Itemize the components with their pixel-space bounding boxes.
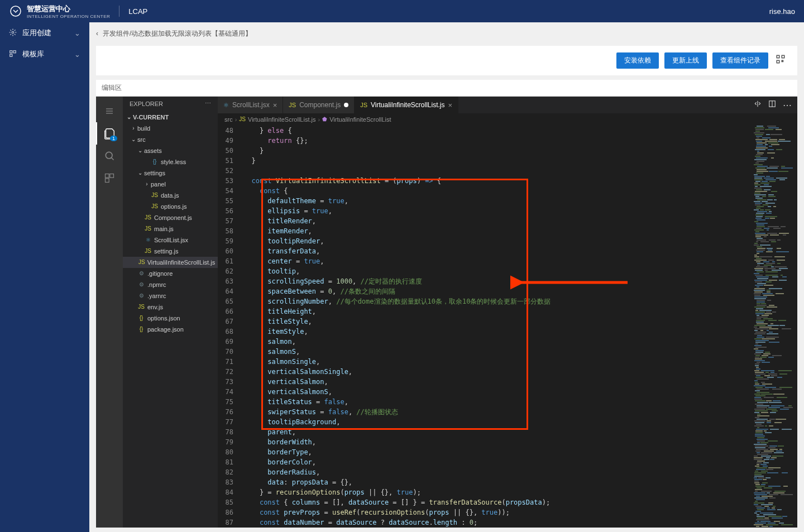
tree-item-label: env.js: [147, 302, 163, 312]
tree-item[interactable]: {}package.json: [123, 324, 218, 335]
code-line[interactable]: verticalSalmon,: [241, 377, 741, 387]
code-line[interactable]: } = recursionOptions(props || {}, true);: [241, 487, 741, 497]
code-line[interactable]: ellipsis = true,: [241, 206, 741, 216]
code-line[interactable]: borderWidth,: [241, 437, 741, 447]
tree-item[interactable]: JSComponent.js: [123, 212, 218, 223]
code-line[interactable]: tooltipBackground,: [241, 417, 741, 427]
code-line[interactable]: return {};: [241, 136, 741, 146]
code-line[interactable]: [241, 166, 741, 176]
code-line[interactable]: center = true,: [241, 256, 741, 266]
qr-icon[interactable]: [774, 52, 787, 66]
code-line[interactable]: titleRender,: [241, 216, 741, 226]
code-line[interactable]: verticalSalmonS,: [241, 387, 741, 397]
code-line[interactable]: titleHeight,: [241, 306, 741, 317]
tree-item[interactable]: ⌄settings: [123, 167, 218, 179]
tree-item[interactable]: ⚙.yarnrc: [123, 290, 218, 301]
code-line[interactable]: }: [241, 146, 741, 156]
tree-item[interactable]: JSVirtualiInfiniteScrollList.js: [123, 257, 218, 268]
code-line[interactable]: titleStatus = false,: [241, 397, 741, 407]
tab-label: ScrollList.jsx: [232, 101, 270, 109]
code-line[interactable]: itemStyle,: [241, 327, 741, 337]
code-line[interactable]: titleStyle,: [241, 317, 741, 327]
sidebar-item-app-create[interactable]: 应用创建 ⌄: [0, 22, 89, 44]
code-line[interactable]: tooltipRender,: [241, 236, 741, 246]
code-line[interactable]: data: propsData = {},: [241, 477, 741, 487]
explorer-icon[interactable]: 1: [96, 122, 123, 145]
code-body[interactable]: 4849505152535455565758596061626364656667…: [218, 126, 797, 528]
sidebar-item-template-lib[interactable]: 模板库 ⌄: [0, 44, 89, 65]
code-line[interactable]: salmonS,: [241, 347, 741, 357]
tree-item[interactable]: JSenv.js: [123, 301, 218, 313]
code-line[interactable]: transferData,: [241, 246, 741, 256]
menu-icon[interactable]: [96, 100, 123, 122]
tree-item-label: build: [137, 123, 150, 133]
view-component-log-button[interactable]: 查看组件记录: [712, 52, 768, 69]
file-icon: JS: [137, 303, 145, 311]
tree-item[interactable]: ⌄assets: [123, 145, 218, 156]
tree-item[interactable]: JSoptions.js: [123, 201, 218, 212]
code-line[interactable]: salmon,: [241, 337, 741, 347]
code-line[interactable]: swiperStatus = false, //轮播图状态: [241, 407, 741, 417]
tree-item[interactable]: JSsetting.js: [123, 246, 218, 257]
svg-rect-16: [106, 179, 109, 183]
code-breadcrumb[interactable]: src › JS VirtualiInfiniteScrollList.js ›…: [218, 113, 797, 126]
more-icon[interactable]: ⋯: [205, 100, 211, 107]
tree-item-label: .yarnrc: [147, 291, 166, 301]
close-icon[interactable]: ×: [448, 101, 453, 109]
chevron-down-icon: ⌄: [74, 50, 80, 59]
compare-icon[interactable]: [754, 100, 762, 110]
code-line[interactable]: const dataNumber = dataSource ? dataSour…: [241, 517, 741, 528]
code-line[interactable]: tooltip,: [241, 266, 741, 276]
tree-item[interactable]: JSdata.js: [123, 190, 218, 201]
code-line[interactable]: const prevProps = useRef(recursionOption…: [241, 507, 741, 517]
code-line[interactable]: borderRadius,: [241, 467, 741, 477]
code-line[interactable]: defaultTheme = true,: [241, 196, 741, 206]
search-icon[interactable]: [96, 145, 123, 167]
file-icon: JS: [138, 258, 145, 266]
user-name[interactable]: rise.hao: [769, 7, 795, 16]
code-line[interactable]: parent,: [241, 427, 741, 437]
tree-item[interactable]: ›panel: [123, 179, 218, 190]
code-line[interactable]: } else {: [241, 126, 741, 136]
breadcrumb-back[interactable]: ‹: [96, 30, 98, 37]
code-lines[interactable]: } else { return {}; } } const VirtualiIn…: [241, 126, 741, 528]
tree-item[interactable]: ⌄src: [123, 134, 218, 145]
code-line[interactable]: itemRender,: [241, 226, 741, 236]
tree-item-label: .npmrc: [147, 280, 166, 290]
tree-item[interactable]: ⚙.npmrc: [123, 279, 218, 290]
code-line[interactable]: const {: [241, 186, 741, 196]
code-line[interactable]: salmonSingle,: [241, 357, 741, 367]
install-deps-button[interactable]: 安装依赖: [616, 52, 659, 69]
more-icon[interactable]: ⋯: [783, 100, 792, 111]
tree-item[interactable]: {}style.less: [123, 156, 218, 167]
editor-tab[interactable]: JSVirtualiInfiniteScrollList.js×: [355, 97, 458, 113]
extensions-icon[interactable]: [96, 167, 123, 189]
close-icon[interactable]: ×: [273, 101, 277, 109]
editor-tab[interactable]: JSComponent.js: [283, 97, 355, 113]
code-line[interactable]: spaceBetween = 0, //条数之间的间隔: [241, 286, 741, 296]
file-icon: JS: [144, 214, 152, 222]
tree-root[interactable]: ⌄ V-CURRENT: [123, 112, 218, 123]
tree-item[interactable]: ›build: [123, 123, 218, 134]
tree-item[interactable]: JSmain.js: [123, 223, 218, 234]
chevron-icon: ⌄: [137, 170, 143, 176]
code-line[interactable]: }: [241, 156, 741, 166]
tab-label: VirtualiInfiniteScrollList.js: [371, 101, 445, 109]
code-line[interactable]: borderColor,: [241, 457, 741, 467]
split-icon[interactable]: [768, 100, 776, 110]
chevron-icon: ⌄: [131, 137, 136, 142]
minimap[interactable]: [741, 126, 797, 528]
code-line[interactable]: scrollingSpeed = 1000, //定时器的执行速度: [241, 276, 741, 286]
tab-bar: ⚛ScrollList.jsx×JSComponent.jsJSVirtuali…: [218, 97, 797, 113]
tree-item[interactable]: ⚙.gitignore: [123, 268, 218, 279]
code-line[interactable]: borderType,: [241, 447, 741, 457]
app-name[interactable]: LCAP: [128, 7, 147, 16]
tree-item[interactable]: ⚛ScrollList.jsx: [123, 234, 218, 246]
code-line[interactable]: verticalSalmonSingle,: [241, 367, 741, 377]
update-publish-button[interactable]: 更新上线: [664, 52, 707, 69]
code-line[interactable]: scrollingNumber, //每个dome渲染的数据量默认10条，取余1…: [241, 296, 741, 306]
code-line[interactable]: const { columns = [], dataSource = [] } …: [241, 497, 741, 507]
tree-item[interactable]: {}options.json: [123, 313, 218, 324]
editor-tab[interactable]: ⚛ScrollList.jsx×: [218, 97, 283, 113]
code-line[interactable]: const VirtualiInfiniteScrollList = (prop…: [241, 176, 741, 186]
